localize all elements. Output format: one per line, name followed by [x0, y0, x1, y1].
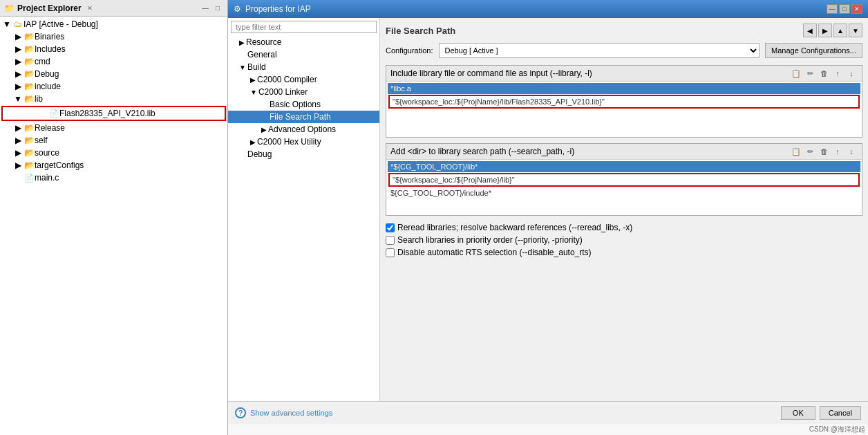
properties-dialog: ⚙ Properties for IAP — □ ✕ ▶ Resource [228, 0, 868, 435]
checkbox-reread-input[interactable] [386, 223, 395, 232]
folder-icon: 📂 [23, 44, 35, 55]
project-label: IAP [Active - Debug] [23, 19, 226, 29]
tree-debug[interactable]: ▶ 📂 Debug [0, 68, 227, 80]
show-advanced-link[interactable]: Show advanced settings [250, 409, 332, 417]
tree-cmd[interactable]: ▶ 📂 cmd [0, 55, 227, 68]
close-tab-icon[interactable]: ✕ [87, 5, 93, 12]
dialog-minimize-button[interactable]: — [827, 4, 838, 14]
library-section: Include library file or command file as … [386, 65, 862, 138]
nav-debug[interactable]: Debug [228, 148, 379, 160]
folder-icon: 📂 [23, 68, 35, 80]
nav-resource[interactable]: ▶ Resource [228, 36, 379, 48]
tree-includes[interactable]: ▶ 📂 Includes [0, 43, 227, 55]
nav-basic-options[interactable]: Basic Options [228, 98, 379, 111]
back-button[interactable]: ◀ [803, 24, 817, 37]
folder-icon: 📂 [23, 81, 35, 92]
project-tree: ▼ 🗂 IAP [Active - Debug] ▶ 📂 Binaries ▶ … [0, 17, 227, 435]
content-panel: File Search Path ◀ ▶ ▲ ▼ Configuration: … [380, 18, 868, 401]
properties-dialog-icon: ⚙ [234, 4, 241, 14]
nav-file-search-path[interactable]: File Search Path [228, 111, 379, 123]
folder-icon: 📂 [23, 122, 35, 133]
tree-binaries[interactable]: ▶ 📂 Binaries [0, 30, 227, 43]
nav-c2000-linker[interactable]: ▼ C2000 Linker [228, 86, 379, 98]
tree-item-label: Binaries [35, 32, 226, 41]
up-button[interactable]: ▲ [833, 24, 847, 37]
nav-item-label: C2000 Hex Utility [257, 137, 321, 147]
tree-self[interactable]: ▶ 📂 self [0, 134, 227, 147]
arrow-icon: ▶ [239, 39, 245, 46]
cancel-button[interactable]: Cancel [820, 406, 861, 420]
delete-tool-button-2[interactable]: 🗑 [818, 146, 830, 157]
search-path-list-item[interactable]: *${CG_TOOL_ROOT}/lib* [388, 161, 860, 172]
library-list-item-highlighted[interactable]: "${workspace_loc:/${ProjName}/lib/Flash2… [388, 95, 860, 109]
delete-tool-button[interactable]: 🗑 [818, 68, 830, 79]
edit-tool-button[interactable]: ✏ [804, 68, 816, 79]
configuration-label: Configuration: [386, 46, 433, 55]
nav-build[interactable]: ▼ Build [228, 61, 379, 73]
checkbox-rts-label: Disable automatic RTS selection (--disab… [397, 248, 592, 257]
up-tool-button-2[interactable]: ↑ [831, 146, 844, 157]
help-icon[interactable]: ? [235, 407, 246, 418]
folder-icon: 📂 [23, 56, 35, 67]
add-tool-button[interactable]: 📋 [790, 68, 802, 79]
folder-icon: 📂 [23, 93, 35, 104]
library-list-item[interactable]: *libc.a [388, 83, 860, 94]
watermark: CSDN @海洋想起 [228, 424, 868, 435]
dialog-close-button[interactable]: ✕ [851, 4, 862, 14]
search-path-list: *${CG_TOOL_ROOT}/lib* "${workspace_loc:/… [386, 160, 862, 215]
down-tool-button[interactable]: ↓ [845, 68, 858, 79]
arrow-icon: ▶ [261, 126, 267, 133]
nav-item-label: C2000 Linker [258, 87, 308, 97]
expand-icon: ▶ [12, 147, 23, 158]
content-title: File Search Path [386, 26, 455, 36]
tree-flash-lib[interactable]: 📄 Flash28335_API_V210.lib [1, 106, 226, 121]
search-path-list-item-highlighted[interactable]: "${workspace_loc:/${ProjName}/lib}" [388, 173, 860, 187]
bottom-bar: ? Show advanced settings OK Cancel [228, 401, 868, 424]
nav-c2000-compiler[interactable]: ▶ C2000 Compiler [228, 73, 379, 86]
tree-source[interactable]: ▶ 📂 source [0, 147, 227, 159]
tree-lib[interactable]: ▼ 📂 lib [0, 93, 227, 105]
nav-item-label: General [247, 50, 277, 59]
down-button[interactable]: ▼ [849, 24, 862, 37]
filter-input[interactable] [231, 21, 377, 33]
arrow-icon: ▶ [250, 138, 256, 146]
checkbox-priority-input[interactable] [386, 236, 395, 245]
nav-item-label: Resource [246, 37, 281, 47]
nav-advanced-options[interactable]: ▶ Advanced Options [228, 123, 379, 136]
edit-tool-button-2[interactable]: ✏ [804, 146, 816, 157]
tree-release[interactable]: ▶ 📂 Release [0, 122, 227, 134]
maximize-button[interactable]: □ [212, 3, 223, 13]
forward-button[interactable]: ▶ [818, 24, 832, 37]
minimize-button[interactable]: — [200, 3, 211, 13]
tree-project-root[interactable]: ▼ 🗂 IAP [Active - Debug] [0, 18, 227, 30]
dialog-maximize-button[interactable]: □ [839, 4, 850, 14]
nav-item-label: Basic Options [270, 100, 321, 109]
project-explorer-panel: 📁 Project Explorer ✕ — □ ▼ 🗂 IAP [Active… [0, 0, 228, 435]
checkboxes-area: Reread libraries; resolve backward refer… [386, 221, 862, 259]
up-tool-button[interactable]: ↑ [831, 68, 844, 79]
folder-icon: 📂 [23, 135, 35, 146]
add-tool-button-2[interactable]: 📋 [790, 146, 802, 157]
tree-include[interactable]: ▶ 📂 include [0, 80, 227, 93]
down-tool-button-2[interactable]: ↓ [845, 146, 858, 157]
tree-item-label: include [35, 82, 226, 91]
library-section-header: Include library file or command file as … [386, 66, 862, 82]
expand-icon: ▶ [12, 56, 23, 67]
manage-configurations-button[interactable]: Manage Configurations... [765, 43, 862, 58]
tree-main-c[interactable]: 📄 main.c [0, 172, 227, 184]
expand-icon: ▶ [12, 122, 23, 133]
nav-general[interactable]: General [228, 48, 379, 61]
checkbox-reread: Reread libraries; resolve backward refer… [386, 221, 862, 234]
ok-button[interactable]: OK [781, 406, 815, 420]
checkbox-rts-input[interactable] [386, 248, 395, 257]
nav-item-label: Build [247, 62, 266, 72]
tree-target-configs[interactable]: ▶ 📂 targetConfigs [0, 159, 227, 172]
content-header: File Search Path ◀ ▶ ▲ ▼ [386, 24, 862, 37]
tree-item-label: source [35, 148, 226, 158]
search-path-list-item-3[interactable]: ${CG_TOOL_ROOT}/include* [388, 187, 860, 198]
expand-icon [37, 108, 48, 119]
search-path-section-header: Add <dir> to library search path (--sear… [386, 144, 862, 160]
nav-c2000-hex[interactable]: ▶ C2000 Hex Utility [228, 136, 379, 148]
tree-item-label: targetConfigs [35, 160, 226, 170]
configuration-select[interactable]: Debug [ Active ] [439, 43, 760, 58]
